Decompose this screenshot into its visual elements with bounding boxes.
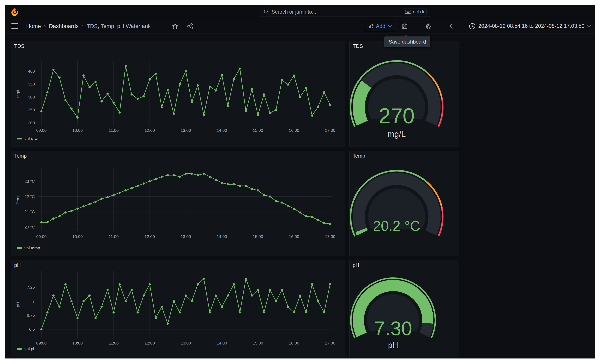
collapse-timepicker-button[interactable] [448, 23, 455, 30]
panel-temp-gauge: Temp 20.2 °C [349, 151, 459, 256]
svg-text:23 °C: 23 °C [24, 179, 35, 183]
panel-title[interactable]: pH [14, 262, 21, 268]
svg-text:11:00: 11:00 [109, 234, 119, 239]
panel-title[interactable]: Temp [353, 153, 365, 159]
svg-text:mg/L: mg/L [388, 129, 406, 139]
breadcrumb: Home › Dashboards › TDS, Temp, pH Watert… [26, 19, 151, 33]
svg-text:22 °C: 22 °C [24, 194, 35, 199]
tds-line-chart[interactable]: 20025030035040009:0010:0011:0012:0013:00… [11, 41, 345, 147]
breadcrumb-dashboards[interactable]: Dashboards [49, 23, 79, 29]
add-panel-icon [369, 24, 374, 29]
svg-text:12:00: 12:00 [145, 128, 155, 132]
chevron-down-icon [388, 25, 392, 28]
svg-text:09:00: 09:00 [36, 341, 47, 345]
panel-ph-timeseries: pH 6.56.7577.2509:0010:0011:0012:0013:00… [11, 260, 345, 357]
tooltip-text: Save dashboard [389, 39, 426, 45]
legend-item-val-temp[interactable]: val temp [17, 246, 40, 250]
panel-title[interactable]: pH [353, 262, 359, 268]
svg-text:7: 7 [32, 299, 35, 303]
keyboard-icon [405, 10, 411, 14]
svg-text:20.2 °C: 20.2 °C [373, 218, 420, 234]
legend-label: val raw [24, 136, 38, 141]
svg-text:16:00: 16:00 [289, 341, 299, 345]
legend-label: val temp [24, 246, 40, 250]
panel-temp-timeseries: Temp 20 °C21 °C22 °C23 °C09:0010:0011:00… [11, 151, 345, 256]
svg-text:6.75: 6.75 [27, 313, 35, 317]
time-range-picker[interactable]: 2024-08-12 08:54:16 to 2024-08-12 17:03:… [469, 19, 591, 33]
clock-icon [469, 23, 476, 30]
svg-text:mg/L: mg/L [16, 89, 20, 98]
svg-text:16:00: 16:00 [289, 128, 299, 132]
legend-label: val ph [24, 346, 35, 351]
ph-gauge[interactable]: 7.30pH [350, 260, 459, 357]
temp-line-chart[interactable]: 20 °C21 °C22 °C23 °C09:0010:0011:0012:00… [11, 151, 345, 256]
save-dashboard-tooltip: Save dashboard [384, 36, 430, 47]
shortcut-label: ctrl+k [413, 9, 424, 15]
legend-item-val-ph[interactable]: val ph [17, 346, 35, 351]
grafana-app: Search or jump to... ctrl+k Home › Dashb… [5, 5, 595, 358]
legend-color-dash [17, 247, 22, 249]
share-icon [187, 23, 193, 29]
svg-text:11:00: 11:00 [109, 128, 119, 132]
svg-text:17:00: 17:00 [325, 234, 335, 239]
time-range-label: 2024-08-12 08:54:16 to 2024-08-12 17:03:… [478, 23, 584, 29]
breadcrumb-separator: › [82, 23, 83, 29]
svg-text:14:00: 14:00 [217, 234, 227, 239]
svg-text:15:00: 15:00 [253, 234, 263, 239]
grafana-logo-icon[interactable] [11, 8, 19, 16]
svg-text:15:00: 15:00 [253, 341, 263, 345]
svg-text:7.30: 7.30 [374, 317, 412, 339]
temp-gauge[interactable]: 20.2 °C [350, 151, 459, 256]
panel-title[interactable]: Temp [14, 153, 27, 159]
panel-ph-gauge: pH 7.30pH [349, 260, 459, 357]
save-dashboard-button[interactable] [401, 23, 408, 30]
svg-text:17:00: 17:00 [325, 128, 335, 132]
breadcrumb-home[interactable]: Home [26, 23, 41, 29]
svg-text:15:00: 15:00 [253, 128, 263, 132]
svg-text:21 °C: 21 °C [24, 209, 35, 214]
save-icon [401, 23, 408, 30]
svg-text:16:00: 16:00 [289, 234, 299, 239]
svg-text:7.25: 7.25 [27, 285, 35, 289]
panel-title[interactable]: TDS [14, 43, 24, 49]
svg-text:10:00: 10:00 [72, 341, 82, 345]
hamburger-icon[interactable] [11, 23, 18, 29]
svg-text:250: 250 [28, 108, 35, 112]
svg-text:09:00: 09:00 [36, 128, 47, 132]
ph-line-chart[interactable]: 6.56.7577.2509:0010:0011:0012:0013:0014:… [11, 260, 345, 357]
svg-text:400: 400 [28, 69, 35, 73]
add-button-label: Add [376, 23, 385, 29]
legend-item-val-raw[interactable]: val raw [17, 136, 38, 141]
top-navbar: Search or jump to... ctrl+k [5, 5, 595, 19]
svg-text:270: 270 [379, 104, 415, 128]
svg-text:13:00: 13:00 [180, 128, 191, 132]
dashboard-settings-button[interactable] [425, 23, 432, 30]
svg-text:14:00: 14:00 [217, 341, 227, 345]
svg-text:09:00: 09:00 [36, 234, 47, 239]
breadcrumb-separator: › [44, 23, 46, 29]
add-button[interactable]: Add [365, 21, 395, 31]
svg-text:10:00: 10:00 [72, 234, 82, 239]
favorite-star-button[interactable] [171, 23, 179, 30]
chevron-left-icon [449, 23, 453, 29]
svg-text:350: 350 [28, 82, 35, 86]
svg-text:13:00: 13:00 [180, 234, 191, 239]
chevron-down-icon [587, 25, 591, 28]
tds-gauge[interactable]: 270mg/L [350, 41, 459, 147]
svg-text:Temp: Temp [16, 194, 20, 204]
share-dashboard-button[interactable] [187, 23, 194, 30]
svg-text:13:00: 13:00 [180, 341, 191, 345]
breadcrumb-current-dashboard: TDS, Temp, pH Watertank [87, 23, 151, 29]
svg-text:300: 300 [28, 95, 35, 99]
legend-color-dash [17, 138, 22, 140]
legend-color-dash [17, 348, 22, 350]
search-icon [264, 9, 269, 14]
svg-text:17:00: 17:00 [325, 341, 335, 345]
panel-title[interactable]: TDS [353, 43, 363, 49]
svg-text:14:00: 14:00 [217, 128, 227, 132]
dashboard-toolbar: Home › Dashboards › TDS, Temp, pH Watert… [5, 19, 595, 34]
svg-text:12:00: 12:00 [145, 341, 155, 345]
panel-tds-gauge: TDS 270mg/L [349, 41, 459, 147]
search-placeholder: Search or jump to... [271, 9, 403, 15]
search-input[interactable]: Search or jump to... ctrl+k [260, 7, 430, 17]
